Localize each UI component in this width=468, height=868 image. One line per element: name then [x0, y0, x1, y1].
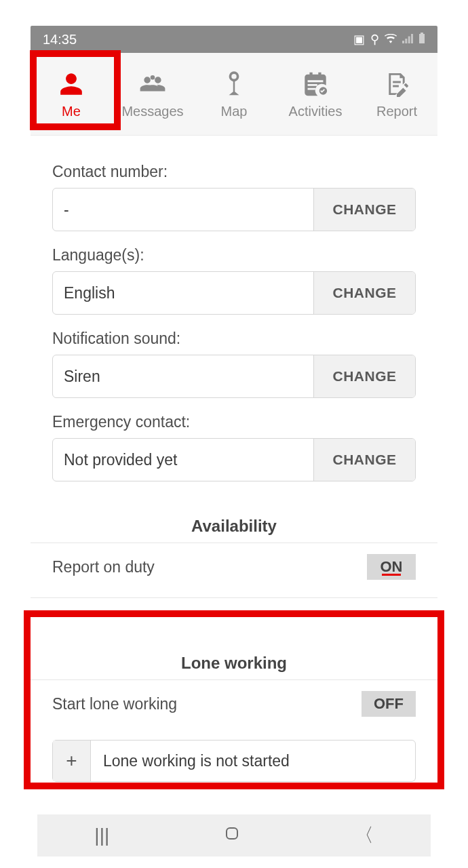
start-lone-working-row: Start lone working OFF	[52, 680, 416, 728]
tab-map[interactable]: Map	[193, 53, 275, 135]
tab-label: Messages	[121, 104, 183, 119]
languages-row: English CHANGE	[52, 271, 416, 315]
status-icons: ▣ ⚲	[353, 32, 425, 47]
tab-report[interactable]: Report	[356, 53, 437, 135]
location-icon: ⚲	[370, 32, 379, 47]
status-time: 14:35	[43, 32, 77, 47]
tab-label: Report	[376, 104, 417, 119]
lone-working-title: Lone working	[52, 654, 416, 673]
tab-me[interactable]: Me	[31, 53, 112, 135]
start-lone-working-toggle[interactable]: OFF	[362, 691, 416, 717]
signal-icon	[402, 33, 413, 47]
report-on-duty-row: Report on duty ON	[52, 543, 416, 591]
emergency-contact-value: Not provided yet	[53, 439, 313, 481]
status-bar: 14:35 ▣ ⚲	[31, 26, 437, 53]
home-button[interactable]	[224, 825, 240, 846]
notification-sound-change-button[interactable]: CHANGE	[313, 355, 415, 397]
recent-apps-button[interactable]: |||	[94, 825, 109, 846]
emergency-contact-row: Not provided yet CHANGE	[52, 438, 416, 481]
emergency-contact-change-button[interactable]: CHANGE	[313, 439, 415, 481]
tab-label: Map	[221, 104, 248, 119]
tab-activities[interactable]: Activities	[275, 53, 356, 135]
languages-label: Language(s):	[52, 246, 416, 264]
notification-sound-label: Notification sound:	[52, 330, 416, 348]
availability-title: Availability	[52, 517, 416, 536]
battery-icon	[418, 33, 425, 47]
add-lone-working-button[interactable]: +	[53, 741, 91, 781]
contact-number-value: -	[53, 189, 313, 231]
contact-number-label: Contact number:	[52, 163, 416, 181]
people-icon	[138, 68, 167, 100]
notification-sound-row: Siren CHANGE	[52, 355, 416, 398]
contact-number-row: - CHANGE	[52, 188, 416, 231]
android-nav-bar: ||| 〈	[37, 814, 431, 856]
nfc-icon: ▣	[353, 32, 365, 47]
lone-working-status-row: + Lone working is not started	[52, 740, 416, 782]
start-lone-working-label: Start lone working	[52, 695, 177, 713]
pin-icon	[224, 68, 244, 100]
settings-content: Contact number: - CHANGE Language(s): En…	[31, 136, 437, 789]
calendar-check-icon	[302, 68, 329, 100]
svg-rect-0	[227, 828, 237, 839]
lone-working-status-text: Lone working is not started	[91, 741, 415, 781]
tab-bar: Me Messages Map Activities Report	[31, 53, 437, 136]
report-on-duty-toggle[interactable]: ON	[367, 554, 416, 580]
emergency-contact-label: Emergency contact:	[52, 413, 416, 431]
languages-change-button[interactable]: CHANGE	[313, 272, 415, 314]
report-edit-icon	[385, 68, 409, 100]
languages-value: English	[53, 272, 313, 314]
tab-messages[interactable]: Messages	[112, 53, 193, 135]
back-button[interactable]: 〈	[355, 823, 374, 848]
notification-sound-value: Siren	[53, 355, 313, 397]
contact-number-change-button[interactable]: CHANGE	[313, 189, 415, 231]
tab-label: Me	[62, 104, 81, 119]
person-icon	[58, 68, 84, 100]
wifi-icon	[385, 33, 397, 47]
tab-label: Activities	[289, 104, 343, 119]
report-on-duty-label: Report on duty	[52, 558, 155, 576]
